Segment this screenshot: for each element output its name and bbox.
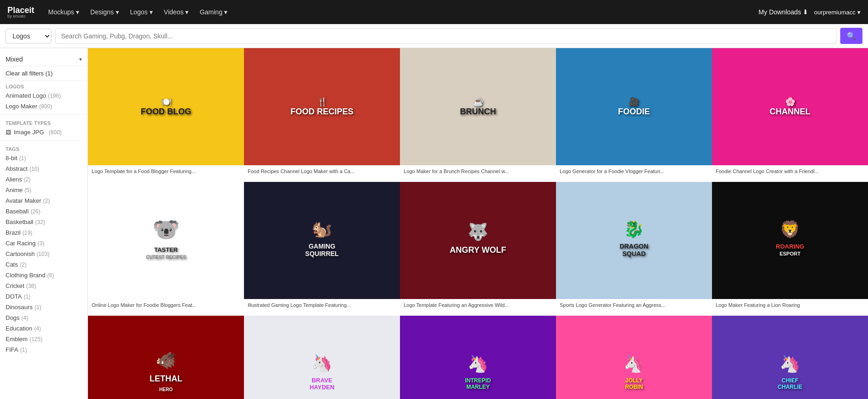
tag-cricket[interactable]: Cricket (38)	[0, 281, 87, 291]
logo-visual-text: 🍽️FOOD BLOG	[137, 93, 195, 120]
nav-account-menu[interactable]: ourpremiumacc ▾	[814, 9, 861, 16]
logo-visual-text: INTREPIDMARLEY	[461, 374, 494, 394]
chevron-down-icon: ▾	[116, 8, 119, 16]
main-layout: Mixed ▾ Clear all filters (1) Logos Anim…	[0, 48, 868, 399]
grid-item-caption: Foodie Channel Logo Creator with a Frien…	[712, 165, 868, 182]
logo-visual-text: ☕BRUNCH	[456, 93, 500, 120]
top-navigation: Placeit by envato Mockups ▾ Designs ▾ Lo…	[0, 0, 868, 24]
sidebar-divider-2	[0, 140, 87, 141]
tag-cats[interactable]: Cats (2)	[0, 259, 87, 270]
grid-item[interactable]: 🦄 JOLLYROBIN	[556, 316, 712, 399]
logo-visual-text: CHIEFCHARLIE	[774, 374, 806, 394]
template-types-label: Template Types	[0, 118, 87, 127]
logo-visual-text: ROARINGESPORT	[772, 239, 808, 261]
logo-visual-text: JOLLYROBIN	[621, 374, 647, 394]
grid-item[interactable]: 🦁 ROARINGESPORT Logo Maker Featuring a L…	[712, 182, 868, 316]
tag-aliens[interactable]: Aliens (2)	[0, 174, 87, 185]
logo-visual-text: ANGRY WOLF	[446, 242, 510, 259]
nav-videos[interactable]: Videos ▾	[159, 6, 194, 19]
tag-avatar-maker[interactable]: Avatar Maker (2)	[0, 195, 87, 206]
grid-item[interactable]: 🐺 ANGRY WOLF Logo Template Featuring an …	[400, 182, 556, 316]
grid-item-caption: Logo Generator for a Foodie Vlogger Feat…	[556, 165, 712, 182]
grid-item[interactable]: 🍽️FOOD BLOG Logo Template for a Food Blo…	[88, 48, 244, 182]
chevron-down-icon: ▾	[150, 8, 153, 16]
tag-car-racing[interactable]: Car Racing (3)	[0, 238, 87, 249]
grid-item-caption: Sports Logo Generator Featuring an Aggre…	[556, 299, 712, 316]
tag-8bit[interactable]: 8-bit (1)	[0, 153, 87, 163]
sidebar: Mixed ▾ Clear all filters (1) Logos Anim…	[0, 48, 88, 399]
nav-downloads-link[interactable]: My Downloads ⬇	[759, 8, 809, 16]
grid-item-caption: Logo Template Featuring an Aggressive Wi…	[400, 299, 556, 316]
nav-mockups[interactable]: Mockups ▾	[44, 6, 84, 19]
tag-dogs[interactable]: Dogs (4)	[0, 312, 87, 323]
grid-item-caption: Logo Maker for a Brunch Recipes Channel …	[400, 165, 556, 182]
search-type-select[interactable]: Logos Mockups Designs Videos	[6, 29, 51, 44]
chevron-down-icon: ▾	[79, 56, 82, 62]
tag-abstract[interactable]: Abstract (10)	[0, 163, 87, 174]
tag-emblem[interactable]: Emblem (125)	[0, 334, 87, 344]
site-logo[interactable]: Placeit by envato	[7, 6, 34, 19]
nav-right-area: My Downloads ⬇ ourpremiumacc ▾	[759, 8, 861, 16]
logo-visual-text: GAMINGSQUIRREL	[301, 239, 342, 261]
grid-item[interactable]: ☕BRUNCH Logo Maker for a Brunch Recipes …	[400, 48, 556, 182]
sidebar-mixed-filter[interactable]: Mixed ▾	[0, 53, 87, 66]
chevron-down-icon: ▾	[76, 8, 79, 16]
logo-grid: 🍽️FOOD BLOG Logo Template for a Food Blo…	[88, 48, 868, 399]
search-bar: Logos Mockups Designs Videos 🔍	[0, 24, 868, 48]
logo-visual-text: TASTERcutest recipes	[142, 243, 190, 264]
grid-item-caption: Logo Template for a Food Blogger Featuri…	[88, 165, 244, 182]
chevron-down-icon: ▾	[224, 8, 227, 16]
grid-item-caption: Online Logo Maker for Foodie Bloggers Fe…	[88, 299, 244, 316]
grid-item[interactable]: 🐨 TASTERcutest recipes Online Logo Maker…	[88, 182, 244, 316]
logo-visual-text: DRAGONSQUAD	[616, 239, 652, 261]
tag-cartoonish[interactable]: Cartoonish (103)	[0, 249, 87, 259]
logo-visual-text: BRAVEHAYDEN	[306, 373, 338, 394]
template-type-image-jpg[interactable]: 🖼 Image JPG (800)	[0, 127, 87, 137]
nav-gaming[interactable]: Gaming ▾	[195, 6, 232, 19]
tag-clothing-brand[interactable]: Clothing Brand (6)	[0, 270, 87, 281]
logo-name: Placeit	[7, 6, 34, 14]
filter-logo-maker[interactable]: Logo Maker (800)	[0, 101, 87, 112]
nav-logos[interactable]: Logos ▾	[125, 6, 157, 19]
grid-item[interactable]: 🦄 CHIEFCHARLIE	[712, 316, 868, 399]
filter-animated-logo[interactable]: Animated Logo (196)	[0, 90, 87, 101]
logos-section-label: Logos	[0, 81, 87, 90]
logo-visual-text: 🍴FOOD RECIPES	[287, 93, 357, 120]
tag-basketball[interactable]: Basketball (32)	[0, 217, 87, 227]
tag-dinosaurs[interactable]: Dinosaurs (1)	[0, 302, 87, 312]
logo-visual-text: LETHALHERO	[146, 370, 186, 397]
image-icon: 🖼	[6, 129, 11, 136]
nav-designs[interactable]: Designs ▾	[86, 6, 124, 19]
content-area: 🍽️FOOD BLOG Logo Template for a Food Blo…	[88, 48, 868, 399]
tag-anime[interactable]: Anime (5)	[0, 185, 87, 195]
grid-item[interactable]: 🌸CHANNEL Foodie Channel Logo Creator wit…	[712, 48, 868, 182]
tags-label: Tags	[0, 143, 87, 153]
grid-item-caption: Logo Maker Featuring a Lion Roaring	[712, 299, 868, 316]
sidebar-divider	[0, 114, 87, 115]
search-icon: 🔍	[847, 32, 856, 40]
grid-item[interactable]: 🐗 LETHALHERO	[88, 316, 244, 399]
search-button[interactable]: 🔍	[840, 28, 862, 44]
chevron-down-icon: ▾	[857, 9, 861, 16]
logo-visual-text: 🌸CHANNEL	[766, 93, 814, 120]
download-icon: ⬇	[803, 8, 808, 16]
mixed-label: Mixed	[6, 56, 23, 63]
tag-baseball[interactable]: Baseball (26)	[0, 206, 87, 217]
nav-menu: Mockups ▾ Designs ▾ Logos ▾ Videos ▾ Gam…	[44, 6, 755, 19]
grid-item[interactable]: 🐉 DRAGONSQUAD Sports Logo Generator Feat…	[556, 182, 712, 316]
tag-fifa[interactable]: FIFA (1)	[0, 344, 87, 355]
grid-item-caption: Illustrated Gaming Logo Template Featuri…	[244, 299, 400, 316]
grid-item[interactable]: 🐿️ GAMINGSQUIRREL Illustrated Gaming Log…	[244, 182, 400, 316]
grid-item[interactable]: 🎥FOODIE Logo Generator for a Foodie Vlog…	[556, 48, 712, 182]
grid-item-caption: Food Recipes Channel Logo Maker with a C…	[244, 165, 400, 182]
logo-visual-text: 🎥FOODIE	[614, 93, 654, 120]
clear-all-filters-button[interactable]: Clear all filters (1)	[0, 66, 87, 81]
tag-dota[interactable]: DOTA (1)	[0, 291, 87, 302]
grid-item[interactable]: 🍴FOOD RECIPES Food Recipes Channel Logo …	[244, 48, 400, 182]
grid-item[interactable]: 🦄 INTREPIDMARLEY	[400, 316, 556, 399]
tag-brazil[interactable]: Brazil (19)	[0, 227, 87, 238]
grid-item[interactable]: 🦄 BRAVEHAYDEN	[244, 316, 400, 399]
tag-education[interactable]: Education (4)	[0, 323, 87, 334]
chevron-down-icon: ▾	[185, 8, 188, 16]
search-input[interactable]	[55, 28, 837, 44]
